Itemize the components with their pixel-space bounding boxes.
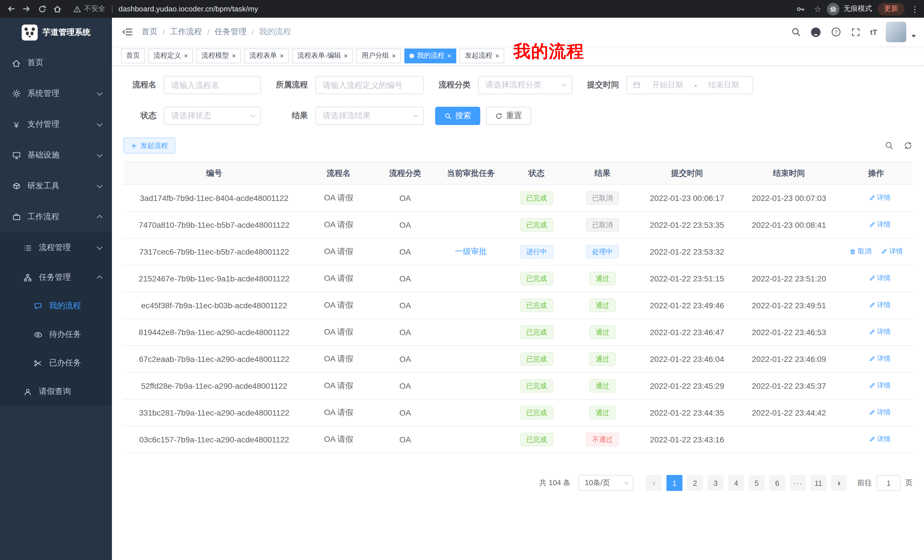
sidebar-item-system-management[interactable]: 系统管理 <box>0 78 112 109</box>
hamburger-icon[interactable] <box>122 27 132 37</box>
search-button[interactable]: 搜索 <box>435 107 480 125</box>
close-icon[interactable]: × <box>495 52 499 59</box>
submit-time-range-picker[interactable]: 开始日期 - 结束日期 <box>627 76 753 94</box>
sidebar-item-task-management[interactable]: 任务管理 <box>0 263 112 292</box>
browser-menu-icon[interactable]: ⋮ <box>910 4 920 13</box>
tag-view-tab[interactable]: 用户分组× <box>356 48 401 63</box>
parent-process-input[interactable] <box>315 76 424 94</box>
tag-view-tab[interactable]: 流程定义× <box>148 48 193 63</box>
detail-link[interactable]: 详情 <box>880 247 903 257</box>
sidebar-item-done-tasks[interactable]: 已办任务 <box>0 349 112 377</box>
tag-view-tab[interactable]: 流程表单-编辑× <box>292 48 353 63</box>
browser-update-button[interactable]: 更新 <box>878 3 904 15</box>
breadcrumb-separator: / <box>252 27 254 36</box>
cell-id: 3ad174fb-7b9d-11ec-8404-acde48001122 <box>123 185 305 211</box>
page-number-button[interactable]: 6 <box>769 475 785 491</box>
reset-button[interactable]: 重置 <box>486 107 531 125</box>
app-title: 芋道管理系统 <box>42 27 90 38</box>
sidebar-item-leave-query[interactable]: 请假查询 <box>0 377 112 406</box>
page-number-button[interactable]: 5 <box>748 475 765 491</box>
tag-view-tab[interactable]: 流程表单× <box>244 48 289 63</box>
result-tag: 通过 <box>590 352 616 366</box>
start-process-button[interactable]: 发起流程 <box>123 138 176 154</box>
cell-status: 已完成 <box>504 211 569 238</box>
detail-link[interactable]: 详情 <box>868 327 891 337</box>
address-bar-url[interactable]: dashboard.yudao.iocoder.cn/bpm/task/my <box>118 4 793 13</box>
detail-link[interactable]: 详情 <box>868 193 891 203</box>
cell-id: 03c6c157-7b9a-11ec-a290-acde48001122 <box>123 426 305 453</box>
sidebar-item-my-process[interactable]: 我的流程 <box>0 292 112 320</box>
sidebar-item-todo-tasks[interactable]: 待办任务 <box>0 320 112 349</box>
page-number-button[interactable]: 2 <box>687 475 703 491</box>
search-icon[interactable] <box>790 26 801 38</box>
page-size-select[interactable]: 10条/页 <box>579 475 633 491</box>
jump-prefix: 前往 <box>857 478 872 488</box>
page-number-button[interactable]: 1 <box>666 475 682 491</box>
close-icon[interactable]: × <box>184 52 188 59</box>
sidebar-item-process-management[interactable]: 流程管理 <box>0 232 112 263</box>
close-icon[interactable]: × <box>280 52 284 59</box>
detail-link[interactable]: 详情 <box>868 381 891 391</box>
page-number-button[interactable]: 4 <box>728 475 744 491</box>
breadcrumb-item[interactable]: 首页 <box>142 27 158 37</box>
browser-home-icon[interactable] <box>50 1 65 16</box>
cell-actions: 详情 <box>840 211 913 238</box>
page-number-button[interactable]: ··· <box>790 475 806 491</box>
next-page-button[interactable]: › <box>831 475 847 491</box>
cell-process-name: OA 请假 <box>305 265 372 292</box>
close-icon[interactable]: × <box>344 52 348 59</box>
app-logo[interactable]: 芋道管理系统 <box>0 18 112 47</box>
cell-process-name: OA 请假 <box>305 292 372 319</box>
gear-icon <box>11 89 21 99</box>
current-task-link[interactable]: 一级审批 <box>455 247 487 256</box>
close-icon[interactable]: × <box>447 52 451 59</box>
page-jump-input[interactable] <box>877 475 901 491</box>
detail-link[interactable]: 详情 <box>868 301 891 310</box>
tag-view-tab[interactable]: 我的流程× <box>404 48 456 63</box>
browser-forward-icon[interactable] <box>19 1 34 16</box>
toggle-search-icon[interactable] <box>885 141 894 150</box>
breadcrumb-item[interactable]: 我的流程 <box>259 27 291 37</box>
site-security-chip[interactable]: 不安全 <box>73 4 105 14</box>
tag-view-tab[interactable]: 发起流程× <box>460 48 504 63</box>
page-number-button[interactable]: 11 <box>810 475 826 491</box>
close-icon[interactable]: × <box>232 52 236 59</box>
tag-view-tab[interactable]: 流程模型× <box>196 48 241 63</box>
close-icon[interactable]: × <box>392 52 396 59</box>
column-header: 操作 <box>840 162 913 185</box>
refresh-table-icon[interactable] <box>903 141 913 150</box>
cancel-link[interactable]: 取消 <box>849 247 872 257</box>
tag-view-tab[interactable]: 首页 <box>121 48 145 63</box>
browser-reload-icon[interactable] <box>34 1 50 16</box>
user-avatar[interactable] <box>886 22 906 42</box>
prev-page-button[interactable]: ‹ <box>646 475 662 491</box>
detail-link[interactable]: 详情 <box>868 408 891 418</box>
help-icon[interactable]: ? <box>830 26 842 38</box>
process-category-select[interactable]: 请选择流程分类 <box>478 76 572 94</box>
sidebar-item-workflow[interactable]: 工作流程 <box>0 202 112 232</box>
password-key-icon[interactable] <box>793 1 808 16</box>
sidebar-item-dev-tools[interactable]: 研发工具 <box>0 171 112 202</box>
detail-link[interactable]: 详情 <box>868 274 891 283</box>
detail-link[interactable]: 详情 <box>868 354 891 364</box>
sidebar-item-infrastructure[interactable]: 基础设施 <box>0 140 112 171</box>
detail-link[interactable]: 详情 <box>868 435 891 445</box>
fullscreen-icon[interactable] <box>850 26 861 38</box>
cell-current-task: 一级审批 <box>438 238 504 265</box>
result-select[interactable]: 请选择流结果 <box>315 107 424 125</box>
detail-link[interactable]: 详情 <box>868 220 891 230</box>
sidebar-item-home[interactable]: 首页 <box>0 47 112 78</box>
breadcrumb-item[interactable]: 任务管理 <box>215 27 247 37</box>
edit-pen-icon <box>868 275 875 282</box>
bookmark-star-icon[interactable]: ☆ <box>814 4 821 13</box>
sidebar-item-payment-management[interactable]: ¥ 支付管理 <box>0 109 112 140</box>
browser-back-icon[interactable] <box>3 1 19 16</box>
breadcrumb-item[interactable]: 工作流程 <box>170 27 202 37</box>
cell-process-name: OA 请假 <box>305 238 372 265</box>
font-size-icon[interactable]: tT <box>870 28 877 36</box>
process-name-input[interactable] <box>164 76 261 94</box>
status-select[interactable]: 请选择状态 <box>164 107 261 125</box>
table-row: 03c6c157-7b9a-11ec-a290-acde48001122 OA … <box>123 426 913 453</box>
page-number-button[interactable]: 3 <box>708 475 723 491</box>
github-icon[interactable] <box>810 26 822 38</box>
